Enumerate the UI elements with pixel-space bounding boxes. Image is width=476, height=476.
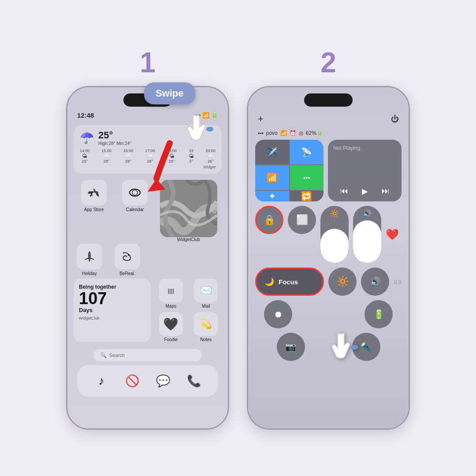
step-2: 2 + ⏻ ▪▪▪ povo 📶 ⏰ ◎ 62%🔋: [247, 46, 410, 430]
foodie-app[interactable]: 🖤 Foodie: [155, 312, 187, 342]
cc-grid: ✈️ 📡 📶 ▪▪▪ ✦ 🔁 Not Playing ⏮: [248, 140, 409, 361]
carrier-label: povo: [266, 130, 278, 136]
cc-row-3: 🌙 Focus 🔆 🔊 ((·)): [255, 268, 402, 296]
cellular-tile[interactable]: ▪▪▪: [290, 165, 324, 190]
hand-cursor-1: [180, 110, 215, 151]
prev-icon[interactable]: ⏮: [340, 186, 348, 196]
brightness-small-tile[interactable]: 🔆: [328, 268, 357, 296]
widgetclub-top-label: WidgetClub: [177, 237, 200, 242]
volume-slider[interactable]: 🔊: [353, 206, 381, 263]
notes-label: Notes: [200, 337, 212, 342]
wifi-cc-icon: 📶: [280, 130, 287, 136]
mini-row-1: |||| Maps ✉️ Mail: [155, 279, 222, 309]
volume-small-tile[interactable]: 🔊: [361, 268, 389, 296]
airdrop-tile[interactable]: 📡: [290, 140, 324, 164]
alarm-icon: ⏰: [290, 130, 296, 136]
days-label: Days: [79, 307, 145, 313]
cc-row-1: ✈️ 📡 📶 ▪▪▪ ✦ 🔁 Not Playing ⏮: [255, 140, 402, 201]
cc-plus-icon[interactable]: +: [258, 113, 264, 125]
mini-apps-col: |||| Maps ✉️ Mail 🖤 Foodie: [155, 279, 222, 342]
svg-point-3: [132, 190, 138, 195]
maps-icon: ||||: [159, 279, 183, 302]
days-number: 107: [79, 290, 145, 307]
foodie-label: Foodie: [164, 337, 178, 342]
cc-row-2: 🔒 ⬜ 🔆 🔊 ❤️: [255, 206, 402, 263]
focus-label: Focus: [279, 278, 298, 286]
app-row-2: Holiday BeReal.: [67, 242, 228, 276]
app-store-label: App Store: [84, 207, 104, 212]
cc-header: + ⏻: [248, 112, 409, 130]
media-controls: ⏮ ▶ ⏭: [333, 186, 396, 196]
weather-temp: 25°: [98, 130, 131, 141]
safari-dock-icon[interactable]: 🚫: [121, 369, 144, 392]
connectivity-tile: ✈️ 📡 📶 ▪▪▪ ✦ 🔁: [255, 140, 324, 201]
foodie-icon: 🖤: [159, 312, 183, 336]
holiday-icon: [77, 244, 102, 269]
bereal-label: BeReal.: [119, 271, 135, 276]
step-1: 1 Swipe 12:48 ▪▪▪: [66, 46, 229, 430]
step-number-1: 1: [140, 46, 156, 79]
calendar-label: Calendar: [126, 207, 144, 212]
bereal-app[interactable]: BeReal.: [112, 244, 143, 276]
dynamic-island-2: [304, 93, 353, 107]
mail-label: Mail: [202, 304, 210, 309]
camera-tile[interactable]: 📷: [277, 333, 305, 361]
notes-icon: 💫: [194, 312, 218, 336]
moon-icon: 🌙: [264, 277, 274, 286]
maps-label: Maps: [166, 304, 176, 309]
umbrella-icon: ☂️: [80, 131, 94, 145]
bt-tile[interactable]: ✦: [255, 191, 289, 201]
bereal-icon: [115, 244, 140, 269]
focus-tile[interactable]: 🌙 Focus: [255, 268, 324, 296]
screen-lock-tile[interactable]: 🔒: [255, 206, 283, 234]
svg-point-5: [128, 254, 130, 256]
main-container: 1 Swipe 12:48 ▪▪▪: [48, 20, 428, 456]
airplane-tile[interactable]: ✈️: [255, 140, 289, 164]
phone-2: + ⏻ ▪▪▪ povo 📶 ⏰ ◎ 62%🔋: [247, 86, 410, 430]
svg-marker-1: [148, 178, 165, 192]
signal-bars: ▪▪▪: [258, 130, 264, 136]
screen-rec-tile[interactable]: ⏺: [264, 300, 292, 328]
maps-app[interactable]: |||| Maps: [155, 279, 187, 309]
airdrop2-tile[interactable]: 🔁: [290, 191, 324, 201]
dock: ♪ 🚫 💬 📞: [77, 365, 218, 397]
battery-tile[interactable]: 🔋: [364, 300, 393, 328]
media-tile: Not Playing ⏮ ▶ ⏭: [328, 140, 402, 201]
phone-dock-icon[interactable]: 📞: [182, 369, 205, 392]
brightness-slider[interactable]: 🔆: [320, 206, 349, 263]
battery-cc: 62%🔋: [306, 130, 323, 136]
app-store-icon: [81, 180, 107, 205]
signal-small: ((·)): [394, 268, 402, 296]
heart-icon[interactable]: ❤️: [386, 206, 399, 263]
cc-power-icon[interactable]: ⏻: [391, 115, 399, 124]
search-icon: 🔍: [100, 352, 107, 358]
holiday-app[interactable]: Holiday: [74, 244, 105, 276]
widgetclub-bottom-label: WidgetClub: [79, 316, 145, 320]
cc-row-4: ⏺ 🔋: [255, 300, 402, 328]
messages-dock-icon[interactable]: 💬: [152, 369, 175, 392]
svg-rect-0: [206, 127, 213, 131]
play-icon[interactable]: ▶: [362, 186, 368, 196]
weather-highlow: High:28° Min:24°: [98, 141, 131, 146]
step-number-2: 2: [320, 46, 336, 79]
hand-cursor-2: [324, 328, 360, 369]
cc-status: ▪▪▪ povo 📶 ⏰ ◎ 62%🔋: [248, 130, 409, 140]
music-dock-icon[interactable]: ♪: [90, 369, 113, 392]
mail-icon: ✉️: [194, 279, 218, 302]
holiday-label: Holiday: [82, 271, 97, 276]
location-icon: ◎: [299, 130, 303, 136]
widget-area: Being together 107 Days WidgetClub |||| …: [67, 276, 228, 345]
status-time: 12:48: [77, 112, 94, 119]
notes-app[interactable]: 💫 Notes: [190, 312, 222, 342]
svg-rect-6: [351, 345, 358, 350]
search-bar[interactable]: 🔍 Search: [94, 349, 201, 361]
screen-mirror-tile[interactable]: ⬜: [288, 206, 316, 234]
phone2-screen: + ⏻ ▪▪▪ povo 📶 ⏰ ◎ 62%🔋: [248, 87, 409, 428]
app-store[interactable]: App Store: [78, 180, 110, 212]
being-together-widget[interactable]: Being together 107 Days WidgetClub: [74, 279, 151, 342]
next-icon[interactable]: ⏭: [382, 186, 390, 196]
swipe-bubble: Swipe: [144, 82, 195, 104]
mini-row-2: 🖤 Foodie 💫 Notes: [155, 312, 222, 342]
mail-app[interactable]: ✉️ Mail: [190, 279, 222, 309]
wifi-tile[interactable]: 📶: [255, 165, 289, 190]
